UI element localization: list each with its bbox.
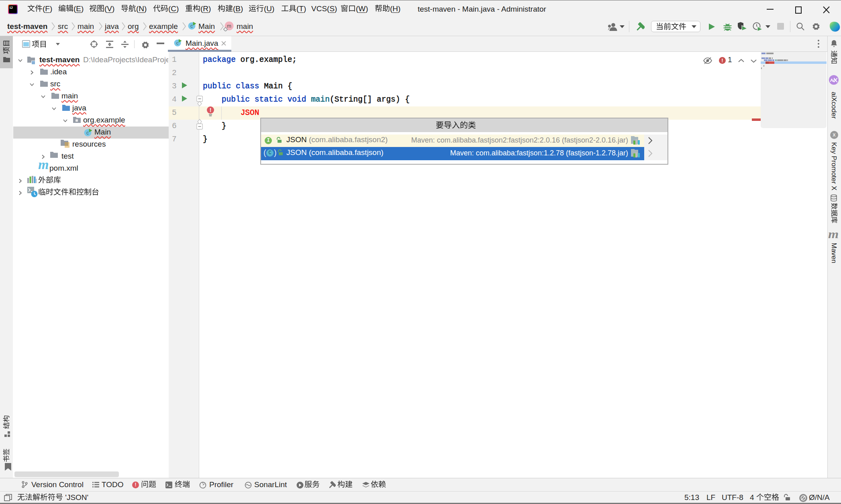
svg-text:c: c xyxy=(176,41,179,45)
svg-text:!: ! xyxy=(210,107,212,113)
svg-text:c: c xyxy=(86,130,89,136)
svg-text:m: m xyxy=(227,23,231,29)
svg-text:c: c xyxy=(190,23,193,29)
